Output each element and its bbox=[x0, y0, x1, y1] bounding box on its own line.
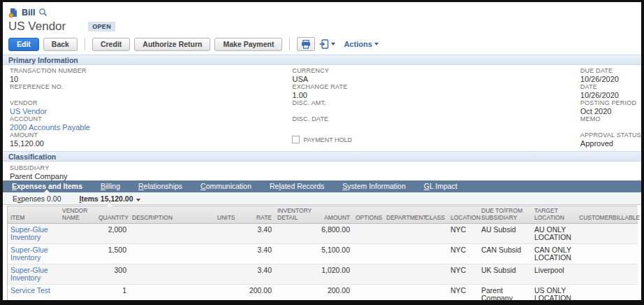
window-frame: Bill US Vendor OPEN Edit Back Credit Aut… bbox=[0, 0, 644, 305]
column-header-target-location: TARGET LOCATION bbox=[532, 206, 576, 224]
tab-system-information[interactable]: System Information bbox=[333, 180, 414, 192]
table-row: Service Test 1 200.00 200.00 NYC Parent … bbox=[8, 285, 638, 301]
payment-hold-checkbox[interactable] bbox=[292, 136, 300, 143]
field-date: DATE 10/26/2020 bbox=[580, 83, 641, 99]
column-header-class: CLASS bbox=[423, 206, 448, 224]
item-link[interactable]: Super-Glue Inventory bbox=[10, 246, 48, 262]
column-header-billable: BILLABLE bbox=[610, 206, 638, 224]
classification-heading: Classification bbox=[3, 151, 641, 162]
page-header: Bill US Vendor OPEN bbox=[3, 2, 641, 34]
tab-gl-impact[interactable]: GL Impact bbox=[415, 180, 467, 192]
printer-icon bbox=[301, 40, 311, 49]
subtab-bar: Expenses 0.00 Items 15,120.00 bbox=[3, 192, 641, 205]
back-button[interactable]: Back bbox=[43, 38, 78, 51]
tab-expenses-and-items[interactable]: Expenses and Items bbox=[3, 180, 92, 192]
item-link[interactable]: Super-Glue Inventory bbox=[10, 225, 48, 241]
document-arrow-icon bbox=[319, 39, 329, 49]
top-toolbar: Edit Back Credit Authorize Return Make P… bbox=[8, 36, 641, 52]
field-disc-date: DISC. DATE bbox=[292, 115, 580, 132]
bill-document-icon bbox=[8, 8, 18, 17]
status-badge: OPEN bbox=[88, 22, 115, 31]
edit-button[interactable]: Edit bbox=[8, 38, 39, 51]
chevron-down-icon bbox=[374, 43, 379, 45]
item-link[interactable]: Service Test bbox=[10, 286, 50, 295]
page-title: US Vendor bbox=[8, 20, 66, 34]
goto-register-dropdown[interactable] bbox=[319, 39, 335, 49]
credit-button[interactable]: Credit bbox=[92, 38, 130, 51]
tab-communication[interactable]: Communication bbox=[191, 180, 261, 192]
column-header-due-to-from-subsidiary: DUE TO/FROM SUBSIDIARY bbox=[478, 206, 532, 224]
column-header-options: OPTIONS bbox=[353, 206, 383, 224]
chevron-down-icon bbox=[136, 199, 140, 201]
table-row: Super-Glue Inventory 2,000 3.40 6,800.00… bbox=[8, 224, 638, 244]
items-table: ITEM VENDOR NAME QUANTITY DESCRIPTION UN… bbox=[7, 206, 637, 300]
table-row: Super-Glue Inventory 300 3.40 1,020.00 N… bbox=[8, 264, 638, 285]
primary-information-fields: TRANSACTION NUMBER 10 REFERENCE NO. VEND… bbox=[3, 65, 641, 151]
chevron-down-icon bbox=[331, 43, 335, 45]
column-header-location: LOCATION bbox=[448, 206, 478, 224]
search-icon[interactable] bbox=[38, 8, 47, 17]
actions-label: Actions bbox=[344, 40, 372, 48]
actions-menu[interactable]: Actions bbox=[339, 40, 378, 48]
field-vendor: VENDOR US Vendor bbox=[10, 99, 292, 115]
subtab-items[interactable]: Items 15,120.00 bbox=[79, 194, 140, 203]
field-exchange-rate: EXCHANGE RATE 1.00 bbox=[292, 83, 580, 99]
primary-information-heading: Primary Information bbox=[3, 55, 641, 65]
tab-relationships[interactable]: Relationships bbox=[129, 180, 191, 192]
field-memo: MEMO bbox=[580, 115, 641, 132]
column-header-amount: AMOUNT bbox=[312, 206, 353, 224]
column-header-item: ITEM bbox=[8, 206, 59, 224]
field-transaction-number: TRANSACTION NUMBER 10 bbox=[10, 67, 292, 83]
account-link[interactable]: 2000 Accounts Payable bbox=[10, 123, 292, 132]
column-header-description: DESCRIPTION bbox=[129, 206, 214, 224]
column-header-rate: RATE bbox=[242, 206, 275, 224]
item-link[interactable]: Super-Glue Inventory bbox=[10, 266, 48, 282]
toolbar-divider bbox=[85, 38, 85, 50]
field-approval-status: APPROVAL STATUS Approved bbox=[580, 132, 641, 148]
bill-record-page: Bill US Vendor OPEN Edit Back Credit Aut… bbox=[3, 2, 641, 300]
field-disc-amt: DISC. AMT. bbox=[292, 99, 580, 115]
table-header-row: ITEM VENDOR NAME QUANTITY DESCRIPTION UN… bbox=[8, 206, 638, 224]
make-payment-button[interactable]: Make Payment bbox=[214, 38, 282, 51]
print-button[interactable] bbox=[297, 37, 315, 51]
field-payment-hold: PAYMENT HOLD bbox=[292, 132, 580, 148]
column-header-vendor-name: VENDOR NAME bbox=[59, 206, 96, 224]
tab-related-records[interactable]: Related Records bbox=[261, 180, 333, 192]
field-due-date: DUE DATE 10/26/2020 bbox=[580, 67, 641, 83]
vendor-link[interactable]: US Vendor bbox=[10, 107, 292, 115]
subtab-expenses[interactable]: Expenses 0.00 bbox=[13, 194, 61, 203]
tab-billing[interactable]: Billing bbox=[92, 180, 129, 192]
column-header-units: UNITS bbox=[214, 206, 242, 224]
field-currency: CURRENCY USA bbox=[292, 67, 580, 83]
record-type-title: Bill bbox=[22, 8, 35, 17]
field-posting-period: POSTING PERIOD Oct 2020 bbox=[580, 99, 641, 115]
table-row: Super-Glue Inventory 1,500 3.40 5,100.00… bbox=[8, 244, 638, 264]
column-header-inventory-detail: INVENTORY DETAIL bbox=[275, 206, 312, 224]
toolbar-divider bbox=[289, 38, 290, 50]
column-header-department: DEPARTMENT bbox=[383, 206, 423, 224]
field-amount: AMOUNT 15,120.00 bbox=[10, 132, 292, 148]
field-subsidiary: SUBSIDIARY Parent Company bbox=[3, 162, 641, 180]
authorize-return-button[interactable]: Authorize Return bbox=[134, 38, 210, 51]
field-account: ACCOUNT 2000 Accounts Payable bbox=[10, 115, 292, 132]
column-header-quantity: QUANTITY bbox=[96, 206, 129, 224]
column-header-customer: CUSTOMER bbox=[576, 206, 610, 224]
field-reference-no: REFERENCE NO. bbox=[10, 83, 292, 99]
record-tabbar: Expenses and Items Billing Relationships… bbox=[3, 180, 641, 192]
